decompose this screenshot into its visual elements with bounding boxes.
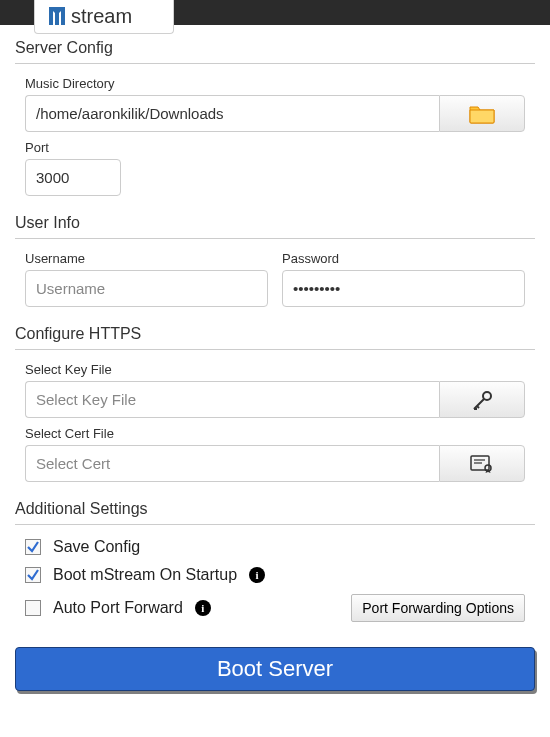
auto-port-forward-label: Auto Port Forward	[53, 599, 183, 617]
divider	[15, 349, 535, 350]
additional-settings-heading: Additional Settings	[0, 486, 550, 524]
check-icon	[26, 540, 40, 554]
cert-file-row: Select Cert File	[0, 422, 550, 486]
key-file-input[interactable]	[25, 381, 439, 418]
user-info-row: Username Password	[0, 247, 550, 311]
boot-startup-checkbox[interactable]	[25, 567, 41, 583]
logo-text: stream	[71, 5, 132, 27]
key-file-row: Select Key File	[0, 358, 550, 422]
mstream-logo-icon: stream	[49, 5, 159, 27]
save-config-checkbox[interactable]	[25, 539, 41, 555]
auto-port-forward-row: Auto Port Forward i Port Forwarding Opti…	[0, 589, 550, 627]
user-info-heading: User Info	[0, 200, 550, 238]
divider	[15, 63, 535, 64]
music-dir-input[interactable]	[25, 95, 439, 132]
svg-point-4	[483, 392, 491, 400]
check-icon	[26, 568, 40, 582]
port-input[interactable]	[25, 159, 121, 196]
boot-container: Boot Server	[0, 627, 550, 731]
save-config-row: Save Config	[0, 533, 550, 561]
music-dir-label: Music Directory	[25, 76, 525, 95]
browse-folder-button[interactable]	[439, 95, 525, 132]
boot-startup-label: Boot mStream On Startup	[53, 566, 237, 584]
music-dir-row: Music Directory	[0, 72, 550, 136]
logo-tab: stream	[34, 0, 174, 34]
boot-startup-row: Boot mStream On Startup i	[0, 561, 550, 589]
auto-port-forward-checkbox[interactable]	[25, 600, 41, 616]
boot-server-button[interactable]: Boot Server	[15, 647, 535, 691]
save-config-label: Save Config	[53, 538, 140, 556]
username-input[interactable]	[25, 270, 268, 307]
port-label: Port	[25, 140, 525, 159]
folder-icon	[469, 104, 495, 124]
cert-file-label: Select Cert File	[25, 426, 525, 445]
port-forwarding-options-button[interactable]: Port Forwarding Options	[351, 594, 525, 622]
info-icon[interactable]: i	[195, 600, 211, 616]
divider	[15, 238, 535, 239]
password-input[interactable]	[282, 270, 525, 307]
info-icon[interactable]: i	[249, 567, 265, 583]
configure-https-heading: Configure HTTPS	[0, 311, 550, 349]
cert-file-input[interactable]	[25, 445, 439, 482]
browse-cert-button[interactable]	[439, 445, 525, 482]
key-file-label: Select Key File	[25, 362, 525, 381]
password-label: Password	[282, 251, 525, 270]
top-bar: stream	[0, 0, 550, 25]
divider	[15, 524, 535, 525]
certificate-icon	[470, 454, 494, 474]
key-icon	[470, 389, 494, 411]
port-row: Port	[0, 136, 550, 200]
username-label: Username	[25, 251, 268, 270]
browse-key-button[interactable]	[439, 381, 525, 418]
